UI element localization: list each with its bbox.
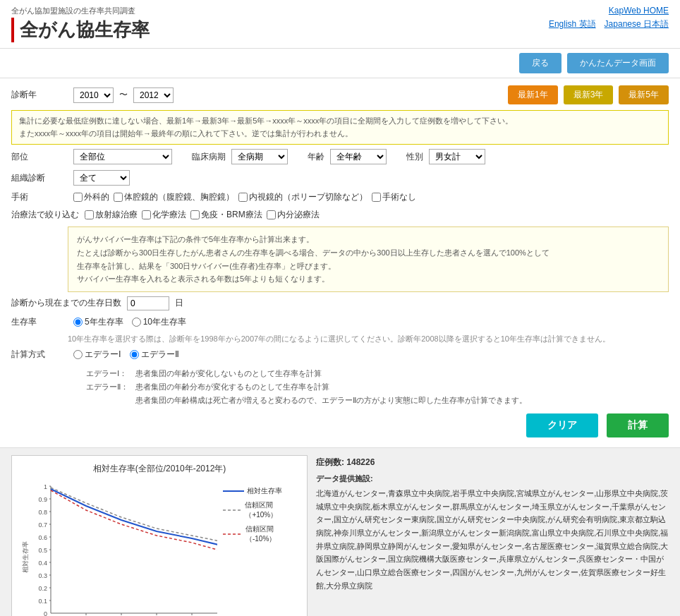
calc-button[interactable]: 計算 — [607, 413, 669, 437]
case-count: 症例数: 148226 — [316, 455, 669, 469]
notice-line1: 集計に必要な最低症例数に達しない場合、最新1年→最新3年→最新5年→xxxx年～… — [19, 115, 661, 128]
edler1-label: エデラーⅠ — [85, 349, 121, 361]
surgery-none-checkbox[interactable] — [372, 193, 381, 202]
svg-text:0.7: 0.7 — [38, 521, 47, 529]
surgery-endoscope[interactable]: 内視鏡的（ポリープ切除など） — [238, 191, 368, 203]
calc-val2: 患者集団の年齢分布が変化するものとして生存率を計算 — [133, 381, 530, 393]
surgery-surgical[interactable]: 外科的 — [73, 191, 109, 203]
surgery-row: 手術 外科的 体腔鏡的（腹腔鏡、胸腔鏡） 内視鏡的（ポリープ切除など） 手術なし — [11, 191, 669, 203]
latest5-button[interactable]: 最新5年 — [619, 85, 669, 104]
soshiki-select[interactable]: 全て — [73, 170, 130, 186]
chemo-checkbox[interactable] — [142, 210, 151, 219]
calc-key1: エデラーⅠ： — [83, 368, 131, 380]
chart-title: 相対生存率(全部位/2010年-2012年) — [19, 463, 300, 475]
year-from-select[interactable]: 201020112012 — [73, 87, 114, 103]
survival-row: 生存率 5年生存率 10年生存率 — [11, 316, 669, 328]
hormone-checkbox[interactable] — [267, 210, 276, 219]
survival-10y-radio[interactable] — [132, 318, 141, 327]
latest3-button[interactable]: 最新3年 — [564, 85, 614, 104]
surgery-endoscope-checkbox[interactable] — [238, 193, 248, 202]
soshiki-row: 組織診断 全て — [11, 170, 669, 186]
days-row: 診断から現在までの生存日数 日 — [11, 296, 669, 310]
chiryo-chemo[interactable]: 化学療法 — [142, 209, 186, 221]
upper-confidence — [51, 488, 217, 543]
edler2-option[interactable]: エデラーⅡ — [130, 349, 179, 361]
surgery-surgical-checkbox[interactable] — [73, 193, 83, 202]
calc-method-label: 計算方式 — [11, 349, 68, 361]
chiryo-immune[interactable]: 免疫・BRM療法 — [190, 209, 262, 221]
legend-main-label: 相対生存率 — [247, 486, 282, 496]
chart-area: 相対生存率(全部位/2010年-2012年) 1 0.9 0.8 0.7 — [11, 455, 308, 616]
legend-lower-label: 信頼区間（-10%） — [245, 524, 300, 544]
lang-japanese-link[interactable]: Japanese 日本語 — [605, 18, 669, 30]
calc-method-radio-group: エデラーⅠ エデラーⅡ — [73, 349, 179, 361]
survival-10y-option[interactable]: 10年生存率 — [132, 316, 186, 328]
latest1-button[interactable]: 最新1年 — [508, 85, 558, 104]
edler1-option[interactable]: エデラーⅠ — [73, 349, 121, 361]
immune-checkbox[interactable] — [190, 210, 200, 219]
survival-5y-option[interactable]: 5年生存率 — [73, 316, 123, 328]
svg-text:相対生存率: 相対生存率 — [22, 540, 29, 572]
back-button[interactable]: 戻る — [519, 53, 561, 73]
chiryo-row: 治療法で絞り込む 放射線治療 化学療法 免疫・BRM療法 内分泌療法 — [11, 209, 669, 221]
calc-desc-row1: エデラーⅠ： 患者集団の年齢が変化しないものとして生存率を計算 — [83, 368, 530, 380]
seibetsu-select[interactable]: 男女計 男 女 — [429, 149, 485, 164]
days-input[interactable] — [127, 296, 169, 310]
svg-text:0: 0 — [44, 610, 47, 616]
surgery-label: 手術 — [11, 191, 68, 203]
chiryo-radiation[interactable]: 放射線治療 — [85, 209, 138, 221]
survival-radio-group: 5年生存率 10年生存率 — [73, 316, 186, 328]
year-label: 診断年 — [11, 89, 68, 101]
year-separator: 〜 — [119, 89, 128, 101]
chiryo-hormone[interactable]: 内分泌療法 — [267, 209, 320, 221]
radiation-checkbox[interactable] — [85, 210, 94, 219]
soshiki-label: 組織診断 — [11, 172, 68, 184]
header-right: KapWeb HOME English 英語 Japanese 日本語 — [549, 6, 669, 30]
survival-5y-label: 5年生存率 — [85, 316, 123, 328]
rinshohiki-select[interactable]: 全病期 — [231, 149, 288, 164]
site-title: 全がん協生存率 — [11, 18, 150, 42]
surgery-none[interactable]: 手術なし — [372, 191, 416, 203]
bui-select[interactable]: 全部位 — [73, 149, 172, 164]
survival-curve — [51, 489, 217, 547]
survival-10y-label: 10年生存率 — [143, 316, 186, 328]
nenrei-label: 年齢 — [308, 151, 324, 163]
calc-desc-row3: 患者集団の年齢構成は死亡者が増えると変わるので、エデラーⅡの方がより実態に即した… — [83, 394, 530, 406]
legend-upper-label: 信頼区間（+10%） — [245, 500, 300, 520]
surgery-scope-checkbox[interactable] — [114, 193, 123, 202]
chiryo-label: 治療法で絞り込む — [11, 209, 79, 221]
svg-text:0.9: 0.9 — [38, 496, 47, 503]
top-buttons-bar: 戻る かんたんデータ画面 — [0, 49, 680, 78]
edler2-radio[interactable] — [130, 350, 139, 359]
clear-button[interactable]: クリア — [526, 413, 598, 437]
calc-method-table: エデラーⅠ： 患者集団の年齢が変化しないものとして生存率を計算 エデラーⅡ： 患… — [82, 366, 531, 408]
surgery-scope[interactable]: 体腔鏡的（腹腔鏡、胸腔鏡） — [114, 191, 234, 203]
chart-legend: 相対生存率 信頼区間（+10%） 信頼区間（-10%） — [223, 479, 300, 616]
svg-text:0.1: 0.1 — [38, 598, 47, 605]
days-unit: 日 — [175, 297, 183, 309]
main-form: 診断年 201020112012 〜 201220112013 最新1年 最新3… — [0, 78, 680, 448]
lang-links: English 英語 Japanese 日本語 — [549, 18, 669, 30]
survivor-info-box: がんサバイバー生存率は下記の条件で5年生存率から計算出来ます。 たとえば診断から… — [68, 227, 669, 292]
bui-label: 部位 — [11, 151, 68, 163]
svg-text:1: 1 — [44, 483, 47, 490]
simple-screen-button[interactable]: かんたんデータ画面 — [567, 53, 669, 73]
nenrei-select[interactable]: 全年齢 — [330, 149, 387, 164]
lang-english-link[interactable]: English 英語 — [549, 18, 596, 30]
svg-text:0.8: 0.8 — [38, 509, 47, 516]
survival-chart: 1 0.9 0.8 0.7 0.6 0.5 0.4 0.3 0. — [19, 479, 217, 616]
svg-text:0.6: 0.6 — [38, 534, 47, 541]
edler1-radio[interactable] — [73, 350, 83, 359]
survivor-line3: 生存率を計算し、結果を「300日サバイバー(生存者)生存率」と呼びます。 — [77, 260, 660, 273]
kapweb-link[interactable]: KapWeb HOME — [549, 6, 669, 16]
year-to-select[interactable]: 201220112013 — [133, 87, 174, 103]
survival-note: 10年生存率を選択する際は、診断年を1998年から2007年の間になるように選択… — [68, 334, 669, 344]
data-source-text: 北海道がんセンター,青森県立中央病院,岩手県立中央病院,宮城県立がんセンター,山… — [316, 487, 669, 593]
survival-5y-radio[interactable] — [73, 318, 83, 327]
calc-key3 — [83, 394, 131, 406]
year-notice: 集計に必要な最低症例数に達しない場合、最新1年→最新3年→最新5年→xxxx年～… — [11, 110, 669, 145]
svg-text:0.4: 0.4 — [38, 560, 47, 567]
calc-key2: エデラーⅡ： — [83, 381, 131, 393]
days-label: 診断から現在までの生存日数 — [11, 297, 121, 309]
legend-lower: 信頼区間（-10%） — [223, 524, 300, 544]
